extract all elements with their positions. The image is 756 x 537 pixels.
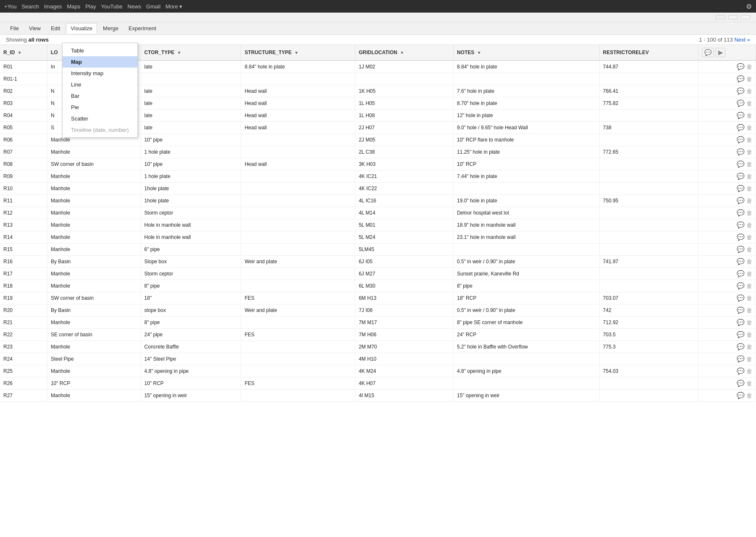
table-row: R18Manhole8" pipe6L M308" pipe 💬 🗑 bbox=[0, 280, 756, 292]
comment-icon[interactable]: 💬 bbox=[737, 63, 745, 71]
delete-icon[interactable]: 🗑 bbox=[746, 136, 752, 143]
comment-icon[interactable]: 💬 bbox=[737, 319, 745, 326]
gbar-play[interactable]: Play bbox=[85, 3, 96, 10]
dropdown-item-map[interactable]: Map bbox=[63, 56, 137, 68]
view-experimental-button[interactable] bbox=[716, 15, 725, 19]
comment-icon[interactable]: 💬 bbox=[737, 100, 745, 107]
gbar-youtube[interactable]: YouTube bbox=[101, 3, 122, 10]
gbar-more[interactable]: More ▾ bbox=[165, 3, 182, 10]
delete-icon[interactable]: 🗑 bbox=[746, 270, 752, 277]
comment-icon[interactable]: 💬 bbox=[737, 75, 745, 83]
comment-icon[interactable]: 💬 bbox=[737, 87, 745, 95]
delete-icon[interactable]: 🗑 bbox=[746, 222, 752, 228]
col-header-gridlocation[interactable]: GRIDLOCATION ▼ bbox=[355, 45, 454, 60]
comment-icon[interactable]: 💬 bbox=[737, 246, 745, 253]
next-link[interactable]: Next » bbox=[734, 37, 750, 43]
dropdown-item-line[interactable]: Line bbox=[63, 79, 137, 90]
delete-icon[interactable]: 🗑 bbox=[746, 356, 752, 362]
col-header-ctor[interactable]: CTOR_TYPE ▼ bbox=[141, 45, 241, 60]
cell-lo: Manhole bbox=[47, 365, 141, 377]
delete-icon[interactable]: 🗑 bbox=[746, 185, 752, 192]
comment-icon[interactable]: 💬 bbox=[737, 355, 745, 363]
comment-icon[interactable]: 💬 bbox=[737, 331, 745, 338]
delete-icon[interactable]: 🗑 bbox=[746, 319, 752, 326]
comment-icon[interactable]: 💬 bbox=[737, 160, 745, 168]
dropdown-item-scatter[interactable]: Scatter bbox=[63, 113, 137, 124]
dropdown-item-bar[interactable]: Bar bbox=[63, 90, 137, 102]
comment-icon[interactable]: 💬 bbox=[737, 294, 745, 302]
cell-ctor_type: 6" pipe bbox=[141, 244, 241, 256]
comment-icon[interactable]: 💬 bbox=[737, 221, 745, 229]
delete-icon[interactable]: 🗑 bbox=[746, 76, 752, 82]
delete-icon[interactable]: 🗑 bbox=[746, 100, 752, 107]
get-link-button[interactable] bbox=[728, 15, 738, 19]
delete-icon[interactable]: 🗑 bbox=[746, 149, 752, 155]
comment-icon[interactable]: 💬 bbox=[737, 270, 745, 278]
menu-file[interactable]: File bbox=[6, 24, 23, 33]
delete-icon[interactable]: 🗑 bbox=[746, 234, 752, 241]
dropdown-item-pie[interactable]: Pie bbox=[63, 102, 137, 113]
comment-icon[interactable]: 💬 bbox=[737, 233, 745, 241]
comment-icon[interactable]: 💬 bbox=[737, 112, 745, 119]
settings-icon[interactable]: ⚙ bbox=[746, 3, 752, 10]
comment-icon[interactable]: 💬 bbox=[737, 197, 745, 204]
delete-icon[interactable]: 🗑 bbox=[746, 88, 752, 94]
col-header-rid[interactable]: R_ID ▼ bbox=[0, 45, 47, 60]
delete-icon[interactable]: 🗑 bbox=[746, 331, 752, 338]
comment-icon[interactable]: 💬 bbox=[737, 367, 745, 375]
cell-notes: 12" hole in plate bbox=[453, 110, 599, 122]
play-header-icon[interactable]: ▶ bbox=[716, 48, 725, 57]
delete-icon[interactable]: 🗑 bbox=[746, 161, 752, 168]
comment-icon[interactable]: 💬 bbox=[737, 124, 745, 131]
delete-icon[interactable]: 🗑 bbox=[746, 124, 752, 131]
gbar-maps[interactable]: Maps bbox=[67, 3, 80, 10]
delete-icon[interactable]: 🗑 bbox=[746, 258, 752, 265]
delete-icon[interactable]: 🗑 bbox=[746, 307, 752, 314]
dropdown-item-table[interactable]: Table bbox=[63, 45, 137, 56]
delete-icon[interactable]: 🗑 bbox=[746, 197, 752, 204]
delete-icon[interactable]: 🗑 bbox=[746, 295, 752, 301]
cell-restrictorelev: 775.82 bbox=[599, 97, 698, 110]
comment-icon[interactable]: 💬 bbox=[737, 209, 745, 217]
delete-icon[interactable]: 🗑 bbox=[746, 112, 752, 119]
comment-icon[interactable]: 💬 bbox=[737, 380, 745, 387]
cell-r_id: R08 bbox=[0, 158, 47, 170]
delete-icon[interactable]: 🗑 bbox=[746, 246, 752, 253]
menu-view[interactable]: View bbox=[25, 24, 45, 33]
comment-icon[interactable]: 💬 bbox=[737, 173, 745, 180]
comment-header-icon[interactable]: 💬 bbox=[702, 48, 714, 57]
col-header-structure[interactable]: STRUCTURE_TYPE ▼ bbox=[241, 45, 355, 60]
comment-icon[interactable]: 💬 bbox=[737, 185, 745, 192]
delete-icon[interactable]: 🗑 bbox=[746, 210, 752, 216]
comment-icon[interactable]: 💬 bbox=[737, 148, 745, 156]
cell-r_id: R11 bbox=[0, 195, 47, 207]
menu-visualize[interactable]: Visualize bbox=[66, 23, 97, 34]
comment-icon[interactable]: 💬 bbox=[737, 282, 745, 290]
cell-gridlocation: 7M H06 bbox=[355, 329, 454, 341]
col-header-notes[interactable]: NOTES ▼ bbox=[453, 45, 599, 60]
delete-icon[interactable]: 🗑 bbox=[746, 368, 752, 375]
gbar-search[interactable]: Search bbox=[22, 3, 39, 10]
menu-experiment[interactable]: Experiment bbox=[124, 24, 160, 33]
share-button[interactable] bbox=[741, 15, 750, 19]
comment-icon[interactable]: 💬 bbox=[737, 392, 745, 399]
delete-icon[interactable]: 🗑 bbox=[746, 380, 752, 387]
comment-icon[interactable]: 💬 bbox=[737, 306, 745, 314]
delete-icon[interactable]: 🗑 bbox=[746, 343, 752, 350]
gbar-images[interactable]: Images bbox=[44, 3, 62, 10]
delete-icon[interactable]: 🗑 bbox=[746, 283, 752, 289]
dropdown-item-intensity-map[interactable]: Intensity map bbox=[63, 68, 137, 79]
cell-r_id: R20 bbox=[0, 304, 47, 317]
delete-icon[interactable]: 🗑 bbox=[746, 392, 752, 399]
cell-restrictorelev: 703.5 bbox=[599, 329, 698, 341]
gbar-gmail[interactable]: Gmail bbox=[146, 3, 160, 10]
gbar-plus-you[interactable]: +You bbox=[4, 3, 17, 10]
menu-merge[interactable]: Merge bbox=[99, 24, 123, 33]
delete-icon[interactable]: 🗑 bbox=[746, 173, 752, 180]
comment-icon[interactable]: 💬 bbox=[737, 136, 745, 144]
comment-icon[interactable]: 💬 bbox=[737, 343, 745, 351]
comment-icon[interactable]: 💬 bbox=[737, 258, 745, 265]
gbar-news[interactable]: News bbox=[128, 3, 142, 10]
delete-icon[interactable]: 🗑 bbox=[746, 63, 752, 70]
menu-edit[interactable]: Edit bbox=[47, 24, 64, 33]
